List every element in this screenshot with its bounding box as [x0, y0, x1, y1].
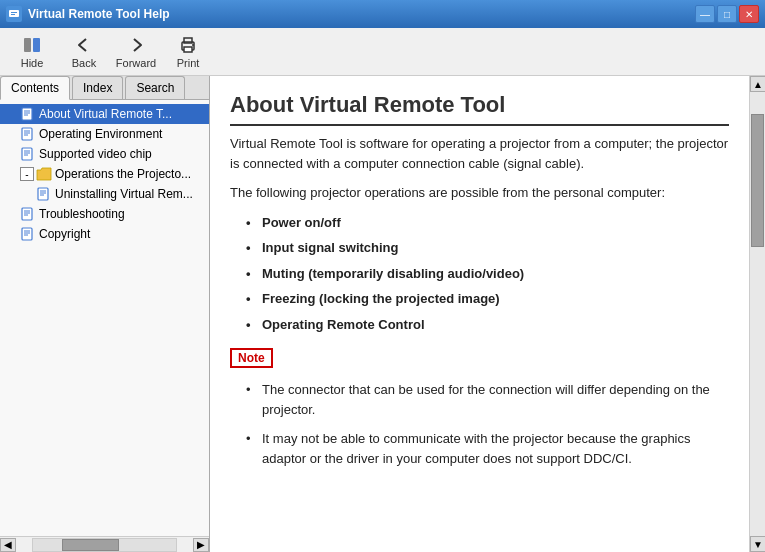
page-icon	[20, 146, 36, 162]
notes-list: The connector that can be used for the c…	[246, 380, 729, 468]
forward-button[interactable]: Forward	[112, 32, 160, 72]
scroll-thumb[interactable]	[62, 539, 119, 551]
tree-area[interactable]: About Virtual Remote T... Operating Envi…	[0, 100, 209, 536]
tree-item-operations-projector[interactable]: - Operations the Projecto...	[0, 164, 209, 184]
tree-item-supported-video[interactable]: Supported video chip	[0, 144, 209, 164]
svg-rect-2	[11, 12, 17, 13]
intro-paragraph-2: The following projector operations are p…	[230, 183, 729, 203]
tree-item-supported-video-label: Supported video chip	[39, 147, 152, 161]
svg-rect-5	[33, 38, 40, 52]
content-area[interactable]: About Virtual Remote Tool Virtual Remote…	[210, 76, 749, 552]
svg-rect-14	[22, 128, 32, 140]
back-button[interactable]: Back	[60, 32, 108, 72]
list-item: Input signal switching	[246, 238, 729, 258]
title-bar: Virtual Remote Tool Help — □ ✕	[0, 0, 765, 28]
scroll-right-arrow[interactable]: ▶	[193, 538, 209, 552]
title-controls: — □ ✕	[695, 5, 759, 23]
content-title: About Virtual Remote Tool	[230, 92, 729, 126]
tabs: Contents Index Search	[0, 76, 209, 100]
tree-item-copyright-label: Copyright	[39, 227, 90, 241]
note-item: It may not be able to communicate with t…	[246, 429, 729, 468]
list-item: Muting (temporarily disabling audio/vide…	[246, 264, 729, 284]
print-icon	[178, 35, 198, 55]
tree-item-troubleshooting[interactable]: Troubleshooting	[0, 204, 209, 224]
scroll-track[interactable]	[32, 538, 177, 552]
svg-rect-7	[184, 38, 192, 43]
operations-list: Power on/off Input signal switching Muti…	[246, 213, 729, 335]
left-scrollbar[interactable]: ◀ ▶	[0, 536, 209, 552]
page-icon	[20, 126, 36, 142]
folder-icon	[36, 166, 52, 182]
tab-contents[interactable]: Contents	[0, 76, 70, 100]
title-bar-left: Virtual Remote Tool Help	[6, 6, 170, 22]
tab-search[interactable]: Search	[125, 76, 185, 99]
hide-icon	[22, 35, 42, 55]
tree-item-operations-projector-label: Operations the Projecto...	[55, 167, 191, 181]
svg-rect-22	[38, 188, 48, 200]
list-item: Power on/off	[246, 213, 729, 233]
svg-rect-4	[24, 38, 31, 52]
scroll-up-arrow[interactable]: ▲	[750, 76, 765, 92]
svg-rect-3	[11, 14, 15, 15]
svg-point-9	[192, 44, 194, 46]
right-scroll-thumb[interactable]	[751, 114, 764, 247]
note-badge: Note	[230, 348, 273, 368]
tree-item-troubleshooting-label: Troubleshooting	[39, 207, 125, 221]
forward-icon	[126, 35, 146, 55]
svg-rect-30	[22, 228, 32, 240]
note-item: The connector that can be used for the c…	[246, 380, 729, 419]
minimize-button[interactable]: —	[695, 5, 715, 23]
right-wrapper: About Virtual Remote Tool Virtual Remote…	[210, 76, 765, 552]
svg-rect-8	[184, 47, 192, 52]
tree-item-about-label: About Virtual Remote T...	[39, 107, 172, 121]
maximize-button[interactable]: □	[717, 5, 737, 23]
svg-rect-18	[22, 148, 32, 160]
list-item: Operating Remote Control	[246, 315, 729, 335]
left-panel: Contents Index Search About Virtual Remo…	[0, 76, 210, 552]
svg-rect-1	[9, 10, 19, 17]
tree-item-uninstalling-label: Uninstalling Virtual Rem...	[55, 187, 193, 201]
hide-button[interactable]: Hide	[8, 32, 56, 72]
scroll-left-arrow[interactable]: ◀	[0, 538, 16, 552]
tree-item-operating-env-label: Operating Environment	[39, 127, 162, 141]
close-button[interactable]: ✕	[739, 5, 759, 23]
svg-rect-10	[22, 108, 32, 120]
tree-item-operating-env[interactable]: Operating Environment	[0, 124, 209, 144]
toolbar: Hide Back Forward Print	[0, 28, 765, 76]
main-area: Contents Index Search About Virtual Remo…	[0, 76, 765, 552]
expand-icon[interactable]: -	[20, 167, 34, 181]
right-scroll-track[interactable]	[750, 92, 765, 536]
page-icon	[20, 106, 36, 122]
svg-rect-26	[22, 208, 32, 220]
intro-paragraph-1: Virtual Remote Tool is software for oper…	[230, 134, 729, 173]
tab-index[interactable]: Index	[72, 76, 123, 99]
page-icon	[20, 226, 36, 242]
list-item: Freezing (locking the projected image)	[246, 289, 729, 309]
page-icon	[36, 186, 52, 202]
tree-item-copyright[interactable]: Copyright	[0, 224, 209, 244]
app-icon	[6, 6, 22, 22]
right-scrollbar[interactable]: ▲ ▼	[749, 76, 765, 552]
back-icon	[74, 35, 94, 55]
print-button[interactable]: Print	[164, 32, 212, 72]
tree-item-uninstalling[interactable]: Uninstalling Virtual Rem...	[0, 184, 209, 204]
tree-item-about[interactable]: About Virtual Remote T...	[0, 104, 209, 124]
page-icon	[20, 206, 36, 222]
scroll-down-arrow[interactable]: ▼	[750, 536, 765, 552]
title-text: Virtual Remote Tool Help	[28, 7, 170, 21]
